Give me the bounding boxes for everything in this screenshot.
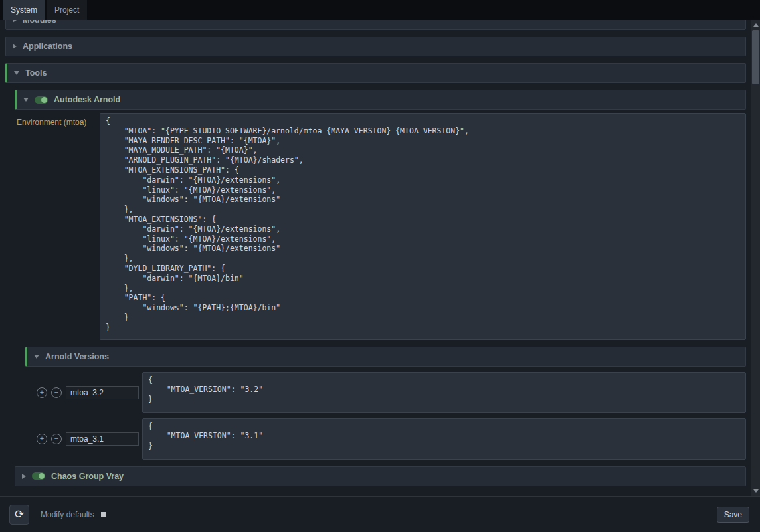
settings-inner: Modules Applications Tools Autodesk Arno…	[0, 20, 751, 486]
chevron-down-icon	[34, 355, 39, 359]
group-header-chaos-group-vray[interactable]: Chaos Group Vray	[15, 466, 746, 486]
vertical-scrollbar[interactable]	[751, 20, 760, 496]
add-version-button[interactable]: +	[37, 434, 47, 444]
chevron-right-icon	[22, 474, 26, 479]
tab-bar: System Project	[0, 0, 760, 20]
scroll-up-button[interactable]	[751, 21, 760, 29]
save-button[interactable]: Save	[717, 507, 749, 523]
environment-label: Environment (mtoa)	[5, 113, 100, 127]
section-label-applications: Applications	[23, 42, 72, 51]
chevron-right-icon	[13, 44, 17, 49]
group-header-autodesk-arnold[interactable]: Autodesk Arnold	[15, 90, 746, 110]
section-header-applications[interactable]: Applications	[5, 37, 746, 56]
toggle-knob	[41, 97, 47, 103]
chevron-right-icon	[13, 20, 17, 23]
group-label-arnold-versions: Arnold Versions	[45, 352, 109, 361]
section-header-tools[interactable]: Tools	[5, 63, 746, 83]
toggle-knob	[39, 473, 45, 479]
section-label-modules: Modules	[23, 20, 56, 25]
version-value-editor[interactable]: { "MTOA_VERSION": "3.1" }	[142, 418, 746, 460]
arnold-enabled-toggle[interactable]	[35, 96, 48, 104]
arrow-up-icon	[753, 23, 759, 27]
chevron-down-icon	[23, 98, 29, 102]
tab-system[interactable]: System	[3, 0, 45, 20]
add-version-button[interactable]: +	[37, 387, 47, 398]
environment-editor[interactable]: { "MTOA": "{PYPE_STUDIO_SOFTWARE}/arnold…	[100, 113, 746, 340]
scroll-down-button[interactable]	[751, 487, 760, 495]
refresh-icon: ⟳	[15, 507, 24, 521]
modify-defaults-label: Modify defaults	[41, 510, 94, 519]
remove-version-button[interactable]: −	[51, 387, 62, 398]
settings-scroll-area: Modules Applications Tools Autodesk Arno…	[0, 20, 751, 496]
remove-version-button[interactable]: −	[51, 434, 62, 444]
scrollbar-thumb[interactable]	[752, 30, 759, 84]
footer-bar: ⟳ Modify defaults Save	[0, 496, 760, 532]
vray-enabled-toggle[interactable]	[32, 472, 45, 480]
section-label-tools: Tools	[25, 68, 47, 78]
section-header-modules[interactable]: Modules	[5, 20, 746, 30]
version-value-editor[interactable]: { "MTOA_VERSION": "3.2" }	[142, 372, 746, 413]
group-label-autodesk-arnold: Autodesk Arnold	[54, 95, 120, 104]
environment-row: Environment (mtoa) { "MTOA": "{PYPE_STUD…	[5, 113, 746, 340]
refresh-button[interactable]: ⟳	[9, 505, 29, 525]
tab-project[interactable]: Project	[47, 0, 87, 20]
version-row: + − { "MTOA_VERSION": "3.2" }	[37, 372, 746, 413]
version-key-input[interactable]	[66, 432, 139, 446]
modify-defaults-checkbox[interactable]	[101, 512, 106, 517]
version-key-input[interactable]	[66, 386, 139, 399]
arrow-down-icon	[753, 489, 759, 493]
group-header-arnold-versions[interactable]: Arnold Versions	[25, 347, 746, 367]
chevron-down-icon	[14, 71, 19, 75]
group-label-chaos-group-vray: Chaos Group Vray	[51, 472, 124, 481]
version-row: + − { "MTOA_VERSION": "3.1" }	[37, 418, 746, 460]
